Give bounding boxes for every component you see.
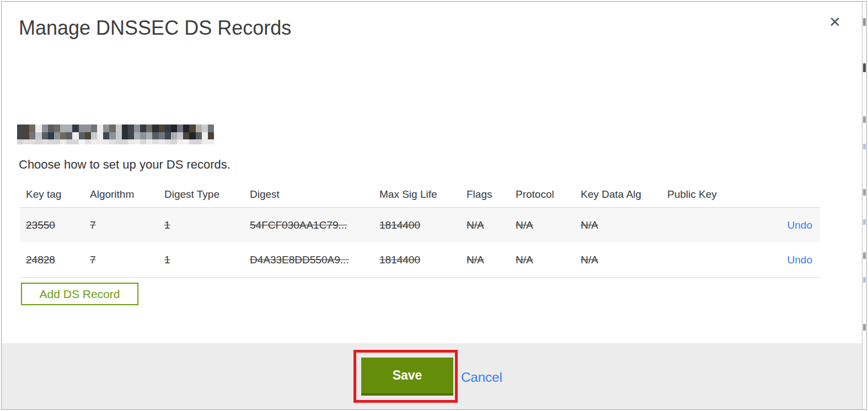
cancel-link[interactable]: Cancel — [461, 370, 502, 385]
ds-records-table: Key tag Algorithm Digest Type Digest Max… — [20, 182, 820, 278]
column-header-algorithm: Algorithm — [84, 182, 158, 208]
cell-max-sig-life: 1814400 — [373, 242, 460, 278]
column-header-public-key: Public Key — [661, 182, 749, 208]
table-row: 23550 7 1 54FCF030AA1C79... 1814400 N/A … — [20, 208, 820, 243]
background-text-fragment — [863, 144, 866, 149]
column-header-key-tag: Key tag — [20, 182, 84, 208]
background-text-fragment — [863, 189, 866, 196]
column-header-max-sig-life: Max Sig Life — [373, 182, 460, 208]
column-header-protocol: Protocol — [510, 182, 575, 208]
background-text-fragment — [863, 18, 866, 26]
cell-action: Undo — [749, 242, 820, 278]
cell-digest-type: 1 — [158, 242, 244, 278]
background-text-fragment — [863, 116, 866, 123]
close-icon[interactable]: ✕ — [824, 11, 846, 33]
add-ds-record-button[interactable]: Add DS Record — [21, 283, 138, 305]
cell-flags: N/A — [460, 242, 510, 278]
column-header-digest-type: Digest Type — [158, 182, 244, 208]
redacted-domain-name — [17, 125, 214, 144]
undo-link[interactable]: Undo — [787, 219, 812, 231]
column-header-action — [749, 182, 820, 208]
column-header-key-data-alg: Key Data Alg — [575, 182, 661, 208]
cell-flags: N/A — [460, 208, 510, 243]
background-text-fragment — [863, 324, 866, 331]
column-header-flags: Flags — [460, 182, 510, 208]
background-text-fragment — [863, 277, 866, 283]
cell-algorithm: 7 — [84, 242, 158, 278]
cell-action: Undo — [749, 208, 820, 243]
cell-protocol: N/A — [510, 242, 575, 278]
cell-public-key — [661, 242, 749, 278]
cell-key-tag: 23550 — [20, 208, 84, 243]
cell-max-sig-life: 1814400 — [373, 208, 460, 243]
undo-link[interactable]: Undo — [787, 254, 812, 266]
background-text-fragment — [863, 219, 866, 225]
table-row: 24828 7 1 D4A33E8DD550A9... 1814400 N/A … — [20, 242, 820, 278]
cell-digest: 54FCF030AA1C79... — [244, 208, 373, 243]
background-text-fragment — [863, 252, 866, 259]
column-header-digest: Digest — [244, 182, 373, 208]
background-page-sliver — [862, 2, 866, 409]
table-header-row: Key tag Algorithm Digest Type Digest Max… — [20, 182, 820, 208]
page-title: Manage DNSSEC DS Records — [19, 17, 291, 40]
cell-key-data-alg: N/A — [575, 242, 661, 278]
cell-protocol: N/A — [510, 208, 575, 243]
dnssec-dialog: Manage DNSSEC DS Records ✕ Choose how to… — [0, 0, 868, 411]
cell-digest: D4A33E8DD550A9... — [244, 242, 373, 278]
setup-instruction: Choose how to set up your DS records. — [19, 158, 231, 172]
cell-key-tag: 24828 — [20, 242, 84, 278]
cell-digest-type: 1 — [158, 208, 244, 243]
background-text-fragment — [863, 63, 866, 72]
save-button[interactable]: Save — [361, 358, 453, 396]
cell-algorithm: 7 — [84, 208, 158, 243]
cell-key-data-alg: N/A — [575, 208, 661, 243]
cell-public-key — [661, 208, 749, 243]
